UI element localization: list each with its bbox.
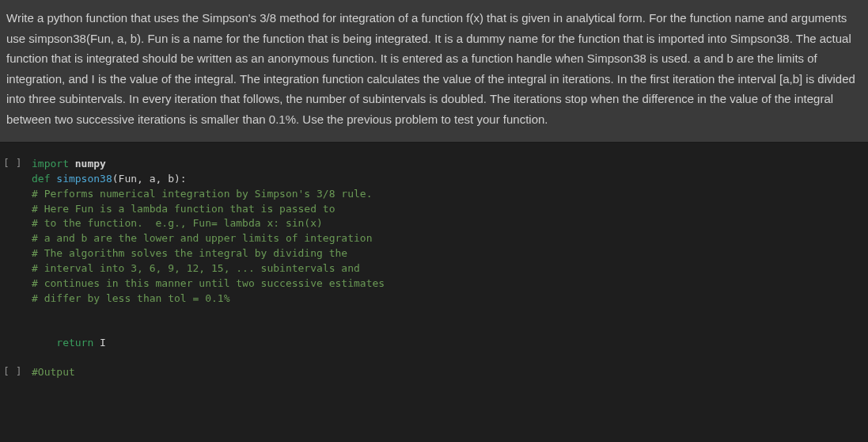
prompt-label: [ ] (3, 157, 21, 169)
module-numpy: numpy (75, 158, 106, 170)
keyword-import: import (32, 158, 69, 170)
code-cell-2[interactable]: [ ] #Output (0, 365, 868, 380)
function-name: simpson38 (56, 173, 112, 185)
param-b: b (168, 173, 174, 185)
close-paren: ): (174, 173, 187, 185)
code-content[interactable]: import numpy def simpson38(Fun, a, b): #… (32, 157, 868, 351)
comment-line-2: # Here Fun is a lambda function that is … (32, 203, 335, 215)
param-fun: Fun (119, 173, 137, 185)
keyword-return: return (56, 337, 93, 349)
comma-2: , (156, 173, 162, 185)
return-var: I (100, 337, 106, 349)
code-cell-1[interactable]: [ ] import numpy def simpson38(Fun, a, b… (0, 157, 868, 351)
cell-prompt: [ ] (3, 157, 32, 169)
comment-line-6: # interval into 3, 6, 9, 12, 15, ... sub… (32, 262, 360, 274)
code-editor[interactable]: #Output (32, 365, 868, 380)
comment-line-8: # differ by less than tol = 0.1% (32, 292, 229, 304)
comma-1: , (137, 173, 143, 185)
problem-text-content: Write a python function that uses the Si… (6, 11, 855, 126)
notebook-cells: [ ] import numpy def simpson38(Fun, a, b… (0, 143, 868, 380)
comment-line-3: # to the function. e.g., Fun= lambda x: … (32, 217, 323, 229)
code-editor[interactable]: import numpy def simpson38(Fun, a, b): #… (32, 157, 868, 351)
comment-output: #Output (32, 366, 75, 378)
param-a: a (150, 173, 156, 185)
cell-prompt: [ ] (3, 365, 32, 377)
comment-line-7: # continues in this manner until two suc… (32, 277, 385, 289)
prompt-label: [ ] (3, 365, 21, 377)
code-content[interactable]: #Output (32, 365, 868, 380)
problem-description: Write a python function that uses the Si… (0, 0, 868, 143)
comment-line-5: # The algorithm solves the integral by d… (32, 247, 347, 259)
comment-line-4: # a and b are the lower and upper limits… (32, 232, 372, 244)
comment-line-1: # Performs numerical integration by Simp… (32, 188, 372, 200)
open-paren: ( (112, 173, 119, 185)
keyword-def: def (32, 173, 50, 185)
